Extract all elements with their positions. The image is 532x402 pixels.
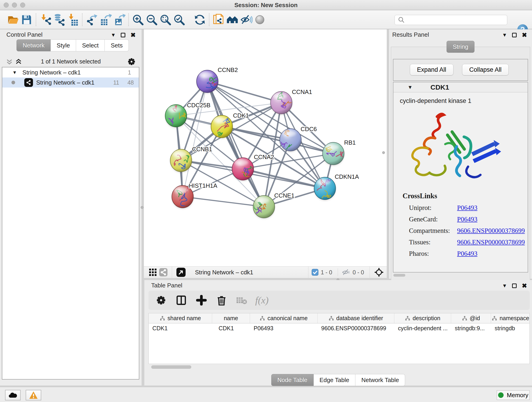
zoom-in-button[interactable] <box>131 13 145 27</box>
import-network-button[interactable] <box>38 13 52 27</box>
results-splitter-handle[interactable] <box>382 151 385 154</box>
network-node-ccnb2[interactable]: CCNB2 <box>196 66 238 93</box>
float-panel-icon[interactable]: ▼ <box>502 32 507 38</box>
network-canvas[interactable]: CCNB2CCNA1CDC25BCDK1CDC6RB1CCNB1CCNA2CDK… <box>144 29 387 266</box>
create-column-button[interactable] <box>195 294 208 307</box>
app-window: Session: New Session <box>0 0 532 402</box>
collapse-all-button[interactable]: Collapse All <box>462 64 509 75</box>
show-columns-button[interactable] <box>175 294 188 307</box>
detach-view-button[interactable] <box>175 267 187 278</box>
column-header-shared-name[interactable]: shared name <box>149 313 212 323</box>
network-node-ccnb1[interactable]: CCNB1 <box>170 146 212 172</box>
uniprot-link[interactable]: P06493 <box>457 204 477 211</box>
zoom-out-button[interactable] <box>145 13 158 27</box>
hide-unhide-button[interactable] <box>239 13 253 27</box>
network-row[interactable]: String Network – cdk1 11 48 <box>2 77 139 88</box>
column-header-database-identifier[interactable]: database identifier <box>317 313 394 323</box>
control-splitter-handle[interactable] <box>141 206 143 209</box>
open-session-button[interactable] <box>6 13 20 27</box>
results-panel-title: Results Panel <box>392 31 429 38</box>
network-edge[interactable] <box>183 81 207 197</box>
tissues-link[interactable]: 9606.ENSP00000378699 <box>457 238 525 246</box>
network-collection-row[interactable]: ▼ String Network – cdk1 1 <box>2 67 139 77</box>
tab-string[interactable]: String <box>447 41 475 53</box>
hidden-eye-icon[interactable] <box>341 268 350 277</box>
function-builder-icon[interactable]: f(x) <box>255 295 268 306</box>
float-panel-icon[interactable]: ▼ <box>502 283 507 289</box>
node-label: CDK1 <box>233 112 249 119</box>
network-node-hist1h1a[interactable]: HIST1H1A <box>172 182 217 209</box>
save-session-button[interactable] <box>20 13 33 27</box>
export-image-button[interactable] <box>112 13 126 27</box>
close-panel-icon[interactable]: ✖ <box>522 33 527 37</box>
delete-table-button[interactable] <box>235 294 248 307</box>
network-node-cdkn1a[interactable]: CDKN1A <box>314 173 359 200</box>
network-node-rb1[interactable]: RB1 <box>323 139 356 166</box>
column-header-canonical-name[interactable]: canonical name <box>250 313 317 323</box>
gene-description: cyclin-dependent kinase 1 <box>400 97 471 104</box>
search-input[interactable] <box>407 16 507 24</box>
cell-description[interactable]: cyclin-dependent ... <box>394 323 451 333</box>
tab-network[interactable]: Network <box>17 39 51 51</box>
import-network-from-database-button[interactable] <box>52 13 66 27</box>
column-header-namespace[interactable]: namespace <box>491 313 530 323</box>
import-table-button[interactable] <box>66 13 80 27</box>
cell-shared-name[interactable]: CDK1 <box>149 323 212 333</box>
zoom-fit-button[interactable] <box>158 13 172 27</box>
selected-checkbox-icon[interactable] <box>312 269 318 276</box>
column-header-id[interactable]: @id <box>451 313 491 323</box>
cell-name[interactable]: CDK1 <box>212 323 250 333</box>
toolbar-separator <box>128 13 129 26</box>
grid-view-button[interactable] <box>147 267 158 278</box>
network-overview-button[interactable] <box>158 267 169 278</box>
clone-network-button[interactable] <box>212 13 225 27</box>
cell-namespace[interactable]: stringdb <box>491 323 530 333</box>
home-stringify-button[interactable] <box>225 13 239 27</box>
pharos-link[interactable]: P06493 <box>457 250 477 257</box>
tab-style[interactable]: Style <box>51 39 76 51</box>
entry-caret-icon[interactable]: ▼ <box>408 84 413 90</box>
table-options-button[interactable] <box>154 294 168 307</box>
table-row[interactable]: CDK1 CDK1 P06493 9606.ENSP00000378699 cy… <box>149 323 530 333</box>
collection-caret-icon[interactable]: ▼ <box>12 70 17 75</box>
cell-canonical-name[interactable]: P06493 <box>250 323 317 333</box>
maximize-panel-icon[interactable] <box>121 33 125 37</box>
table-scrollbar-thumb[interactable] <box>151 365 191 369</box>
network-options-gear-icon[interactable] <box>127 57 136 66</box>
network-edge[interactable] <box>183 197 264 207</box>
results-scrollbar-thumb[interactable] <box>393 274 405 277</box>
tab-network-table[interactable]: Network Table <box>355 374 405 386</box>
tab-node-table[interactable]: Node Table <box>271 374 314 386</box>
cloud-tasks-button[interactable] <box>5 390 21 400</box>
export-network-button[interactable] <box>85 13 99 27</box>
expand-all-button[interactable]: Expand All <box>410 64 453 75</box>
fit-content-button[interactable] <box>373 267 385 278</box>
network-node-ccna1[interactable]: CCNA1 <box>271 89 312 115</box>
tab-sets[interactable]: Sets <box>105 39 129 51</box>
close-panel-icon[interactable]: ✖ <box>522 283 527 288</box>
apply-layout-button[interactable] <box>193 13 207 27</box>
cell-database-identifier[interactable]: 9606.ENSP00000378699 <box>317 323 394 333</box>
delete-table-icon <box>236 296 247 305</box>
tab-select[interactable]: Select <box>76 39 105 51</box>
inspector-sphere-button[interactable] <box>253 13 267 27</box>
selected-node-edge-count: 1 - 0 <box>321 269 332 276</box>
column-header-description[interactable]: description <box>394 313 451 323</box>
compartments-link[interactable]: 9606.ENSP00000378699 <box>457 227 525 235</box>
gene-entry-header[interactable]: ▼ CDK1 <box>393 82 528 92</box>
network-node-cdc25b[interactable]: CDC25B <box>165 102 210 128</box>
genecard-link[interactable]: P06493 <box>457 216 477 223</box>
warnings-button[interactable] <box>26 390 41 400</box>
cell-id[interactable]: stringdb:9... <box>451 323 491 333</box>
close-panel-icon[interactable]: ✖ <box>130 33 136 37</box>
tab-edge-table[interactable]: Edge Table <box>314 374 355 386</box>
memory-button[interactable]: Memory <box>497 390 530 400</box>
float-panel-icon[interactable]: ▼ <box>111 32 116 38</box>
delete-column-button[interactable] <box>215 294 228 307</box>
control-panel-title: Control Panel <box>6 31 43 38</box>
column-header-name[interactable]: name <box>212 313 250 323</box>
export-table-button[interactable] <box>99 13 112 27</box>
maximize-panel-icon[interactable] <box>512 33 517 37</box>
maximize-panel-icon[interactable] <box>512 283 517 288</box>
zoom-selected-button[interactable] <box>172 13 186 27</box>
